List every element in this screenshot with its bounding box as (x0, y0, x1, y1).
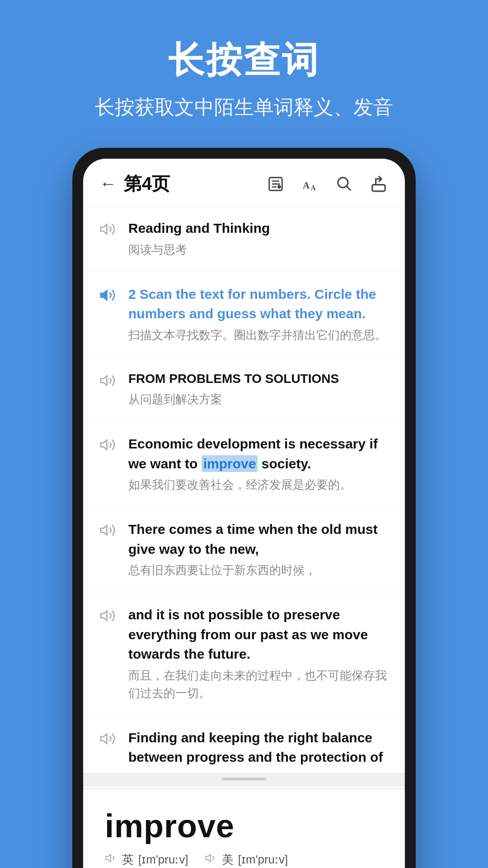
us-phonetic: [ɪm'pruːv] (238, 853, 288, 867)
svg-marker-16 (101, 611, 107, 621)
us-pronunciation[interactable]: 美 [ɪm'pruːv] (205, 852, 288, 868)
svg-marker-11 (101, 225, 107, 234)
text-after: society. (258, 456, 311, 471)
item-chinese: 扫描文本寻找数字。圈出数字并猜出它们的意思。 (128, 326, 389, 344)
sound-icon[interactable] (99, 373, 119, 388)
svg-text:A: A (311, 184, 316, 192)
list-item: 2 Scan the text for numbers. Circle the … (83, 272, 405, 357)
sound-icon[interactable] (99, 221, 119, 236)
svg-point-8 (338, 177, 348, 187)
sound-icon-active[interactable] (99, 287, 119, 302)
header-subtitle: 长按获取文中陌生单词释义、发音 (95, 94, 393, 121)
item-chinese: 从问题到解决方案 (128, 391, 389, 408)
page-title: 第4页 (124, 171, 266, 196)
list-item: FROM PROBLEMS TO SOLUTIONS 从问题到解决方案 (83, 357, 405, 422)
highlighted-word[interactable]: improve (202, 455, 258, 472)
header-section: 长按查词 长按获取文中陌生单词释义、发音 (95, 36, 393, 121)
format-settings-icon[interactable] (266, 174, 286, 194)
svg-rect-10 (372, 184, 385, 191)
item-english: There comes a time when the old must giv… (128, 519, 389, 559)
item-english: FROM PROBLEMS TO SOLUTIONS (128, 370, 389, 388)
font-size-icon[interactable]: A A (300, 174, 320, 194)
item-text: 2 Scan the text for numbers. Circle the … (128, 284, 389, 344)
item-text: FROM PROBLEMS TO SOLUTIONS 从问题到解决方案 (128, 370, 389, 409)
phone-frame: ← 第4页 (72, 148, 416, 868)
svg-marker-15 (101, 526, 107, 535)
item-text: Finding and keeping the right balance be… (128, 728, 389, 767)
phone-mockup: ← 第4页 (72, 148, 416, 868)
back-button[interactable]: ← (99, 174, 117, 193)
uk-label: 英 (122, 852, 134, 868)
svg-line-9 (347, 186, 351, 190)
item-chinese: 而且，在我们走向未来的过程中，也不可能保存我们过去的一切。 (128, 667, 389, 702)
svg-marker-19 (206, 854, 211, 861)
item-chinese: 阅读与思考 (128, 241, 389, 259)
list-item: and it is not possible to preserve every… (83, 592, 405, 715)
item-english-blue: 2 Scan the text for numbers. Circle the … (128, 284, 389, 324)
svg-marker-12 (101, 290, 107, 300)
item-english: Finding and keeping the right balance be… (128, 728, 389, 767)
dictionary-panel: improve 英 [ɪm'pruːv] (83, 788, 405, 868)
item-chinese: 如果我们要改善社会，经济发展是必要的。 (128, 476, 389, 494)
sound-icon[interactable] (99, 437, 119, 452)
us-sound-icon[interactable] (205, 852, 217, 868)
list-item: Economic development is necessary if we … (83, 421, 405, 507)
svg-marker-13 (101, 376, 107, 385)
share-icon[interactable] (369, 174, 389, 194)
sound-icon[interactable] (99, 608, 119, 623)
dictionary-word: improve (105, 807, 383, 844)
phone-toolbar: ← 第4页 (83, 159, 405, 206)
item-text: and it is not possible to preserve every… (128, 605, 389, 702)
svg-marker-14 (101, 440, 107, 450)
header-title: 长按查词 (95, 36, 393, 85)
item-english: Reading and Thinking (128, 218, 389, 238)
scroll-bar (221, 778, 267, 780)
list-item: There comes a time when the old must giv… (83, 507, 405, 592)
phone-screen: ← 第4页 (83, 159, 405, 868)
svg-point-4 (277, 185, 281, 189)
item-chinese: 总有旧东西要让位于新东西的时候， (128, 561, 389, 579)
list-item: Reading and Thinking 阅读与思考 (83, 206, 405, 272)
item-text: There comes a time when the old must giv… (128, 519, 389, 579)
toolbar-icons: A A (266, 174, 389, 194)
search-icon[interactable] (334, 174, 354, 194)
pronunciation-row: 英 [ɪm'pruːv] 美 [ɪm'pruːv] (105, 852, 383, 868)
sound-icon[interactable] (99, 522, 119, 538)
scroll-indicator-area (83, 773, 405, 787)
item-text: Reading and Thinking 阅读与思考 (128, 218, 389, 259)
content-list: Reading and Thinking 阅读与思考 (83, 206, 405, 773)
item-english: and it is not possible to preserve every… (128, 605, 389, 664)
svg-marker-17 (101, 734, 107, 743)
item-text: Economic development is necessary if we … (128, 434, 389, 494)
svg-marker-18 (106, 854, 111, 861)
sound-icon[interactable] (99, 731, 119, 746)
item-english-highlight: Economic development is necessary if we … (128, 434, 389, 473)
uk-sound-icon[interactable] (105, 852, 117, 868)
svg-text:A: A (303, 180, 310, 190)
uk-pronunciation[interactable]: 英 [ɪm'pruːv] (105, 852, 188, 868)
us-label: 美 (222, 852, 234, 868)
list-item: Finding and keeping the right balance be… (83, 715, 405, 773)
app-background: 长按查词 长按获取文中陌生单词释义、发音 ← 第4页 (0, 0, 488, 868)
uk-phonetic: [ɪm'pruːv] (138, 853, 188, 867)
